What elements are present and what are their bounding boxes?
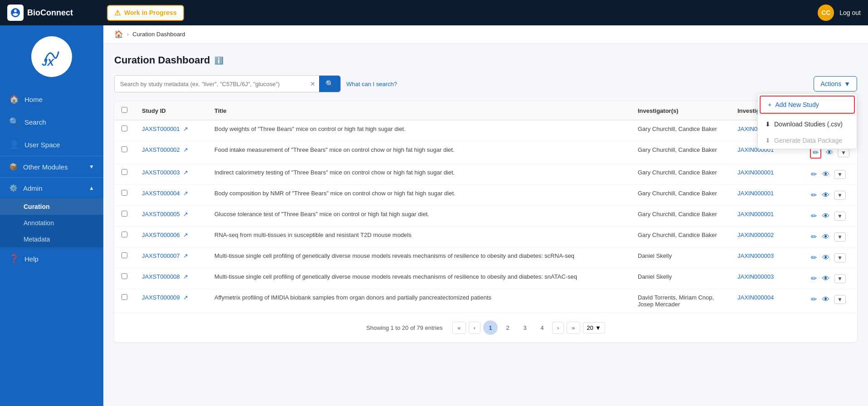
external-link-icon[interactable]: ↗ (183, 294, 188, 301)
study-id-link[interactable]: JAXST000006 (142, 232, 180, 238)
actions-button[interactable]: Actions ▼ (814, 76, 857, 92)
work-in-progress-button[interactable]: ⚠ Work in Progress (107, 5, 184, 21)
row-investigators: David Torrents, Miriam Cnop, Josep Merca… (630, 289, 730, 313)
view-icon[interactable]: 👁 (821, 274, 830, 284)
select-all-checkbox[interactable] (121, 107, 127, 113)
study-id-link[interactable]: JAXST000005 (142, 211, 180, 218)
top-nav-right: CC Log out (818, 5, 861, 21)
external-link-icon[interactable]: ↗ (183, 252, 188, 259)
view-icon[interactable]: 👁 (821, 232, 830, 242)
sidebar-item-help[interactable]: ❓ Help (0, 247, 103, 270)
page-size-selector[interactable]: 20 ▼ (583, 322, 605, 334)
external-link-icon[interactable]: ↗ (183, 232, 188, 238)
pagination-first-button[interactable]: « (452, 322, 466, 334)
search-clear-button[interactable]: ✕ (306, 77, 319, 90)
info-icon[interactable]: ℹ️ (214, 56, 223, 65)
row-checkbox[interactable] (121, 294, 127, 300)
inv-org-link[interactable]: JAXIN000003 (737, 252, 774, 259)
external-link-icon[interactable]: ↗ (183, 211, 188, 218)
sidebar-item-search[interactable]: 🔍 Search (0, 111, 103, 133)
sidebar-item-other-modules[interactable]: 📦 Other Modules ▼ (0, 156, 103, 177)
content-area: 🏠 › Curation Dashboard Curation Dashboar… (103, 25, 868, 406)
study-id-link[interactable]: JAXST000007 (142, 252, 180, 259)
edit-icon[interactable]: ✏ (810, 232, 818, 242)
external-link-icon[interactable]: ↗ (183, 190, 188, 197)
expand-button[interactable]: ▼ (834, 170, 846, 179)
sidebar-item-user-space[interactable]: 👤 User Space (0, 133, 103, 156)
edit-icon[interactable]: ✏ (810, 211, 818, 221)
edit-icon[interactable]: ✏ (810, 169, 818, 179)
row-checkbox[interactable] (121, 232, 127, 237)
view-icon[interactable]: 👁 (821, 190, 830, 200)
logout-button[interactable]: Log out (839, 9, 861, 16)
external-link-icon[interactable]: ↗ (183, 146, 188, 153)
table-row: JAXST000001 ↗Body weights of "Three Bear… (114, 120, 857, 141)
search-go-button[interactable]: 🔍 (319, 76, 340, 92)
inv-org-link[interactable]: JAXIN000003 (737, 273, 774, 280)
study-id-link[interactable]: JAXST000002 (142, 146, 180, 153)
expand-button[interactable]: ▼ (834, 274, 846, 283)
inv-org-link[interactable]: JAXIN000001 (737, 190, 774, 197)
sidebar-item-admin[interactable]: ⚙️ Admin ▲ (0, 178, 103, 198)
add-new-study-item[interactable]: + Add New Study (760, 96, 855, 114)
download-studies-item[interactable]: ⬇ Download Studies (.csv) (758, 116, 857, 132)
edit-icon[interactable]: ✏ (810, 273, 818, 284)
row-investigators: Gary Churchill, Candice Baker (630, 141, 730, 164)
row-checkbox[interactable] (121, 211, 127, 217)
pagination-next-button[interactable]: › (552, 322, 564, 334)
view-icon[interactable]: 👁 (821, 211, 830, 221)
expand-button[interactable]: ▼ (838, 148, 849, 157)
pagination-page-4[interactable]: 4 (535, 320, 549, 335)
inv-org-link[interactable]: JAXIN000002 (737, 232, 774, 238)
study-id-link[interactable]: JAXST000008 (142, 273, 180, 280)
pagination-last-button[interactable]: » (567, 322, 580, 334)
sidebar-sub-item-metadata[interactable]: Metadata (0, 231, 103, 247)
home-icon: 🏠 (9, 94, 19, 104)
expand-button[interactable]: ▼ (834, 212, 846, 221)
pagination-info: Showing 1 to 20 of 79 entries (366, 324, 442, 331)
expand-button[interactable]: ▼ (834, 191, 846, 200)
view-icon[interactable]: 👁 (821, 169, 830, 179)
edit-icon[interactable]: ✏ (810, 190, 818, 200)
expand-button[interactable]: ▼ (834, 295, 846, 304)
external-link-icon[interactable]: ↗ (183, 169, 188, 176)
row-checkbox[interactable] (121, 190, 127, 196)
sidebar-item-user-space-label: User Space (24, 141, 60, 149)
expand-button[interactable]: ▼ (834, 253, 846, 262)
row-checkbox[interactable] (121, 252, 127, 258)
study-id-link[interactable]: JAXST000001 (142, 126, 180, 132)
edit-icon[interactable]: ✏ (810, 294, 818, 304)
breadcrumb-home[interactable]: 🏠 (114, 30, 123, 39)
row-title: RNA-seq from multi-tissues in susceptibl… (207, 227, 630, 247)
pagination-page-1[interactable]: 1 (483, 320, 498, 335)
study-id-link[interactable]: JAXST000004 (142, 190, 180, 197)
avatar: CC (818, 5, 834, 21)
pagination-page-2[interactable]: 2 (500, 320, 515, 335)
pagination-prev-button[interactable]: ‹ (469, 322, 480, 334)
row-checkbox[interactable] (121, 146, 127, 152)
pagination-page-3[interactable]: 3 (518, 320, 532, 335)
study-id-link[interactable]: JAXST000003 (142, 169, 180, 176)
row-checkbox[interactable] (121, 169, 127, 175)
external-link-icon[interactable]: ↗ (183, 126, 188, 132)
sidebar-item-home[interactable]: 🏠 Home (0, 88, 103, 111)
search-input[interactable] (115, 77, 306, 92)
sidebar-sub-item-annotation[interactable]: Annotation (0, 215, 103, 231)
inv-org-link[interactable]: JAXIN000001 (737, 211, 774, 218)
external-link-icon[interactable]: ↗ (183, 273, 188, 280)
row-checkbox[interactable] (121, 126, 127, 131)
app-name: BioConnect (27, 8, 73, 18)
inv-org-link[interactable]: JAXIN000004 (737, 294, 774, 301)
study-id-link[interactable]: JAXST000009 (142, 294, 180, 301)
search-hint[interactable]: What can I search? (346, 81, 397, 87)
pagination-bar: Showing 1 to 20 of 79 entries « ‹ 1 2 3 … (114, 313, 857, 342)
inv-org-link[interactable]: JAXIN000001 (737, 169, 774, 176)
edit-icon[interactable]: ✏ (810, 252, 818, 263)
view-icon[interactable]: 👁 (821, 253, 830, 263)
row-checkbox[interactable] (121, 273, 127, 279)
row-title: Food intake measurement of "Three Bears"… (207, 141, 630, 164)
view-icon[interactable]: 👁 (821, 295, 830, 304)
sidebar-sub-item-curation[interactable]: Curation (0, 198, 103, 215)
expand-button[interactable]: ▼ (834, 232, 846, 242)
sidebar-brand-logo: JX (31, 36, 72, 77)
